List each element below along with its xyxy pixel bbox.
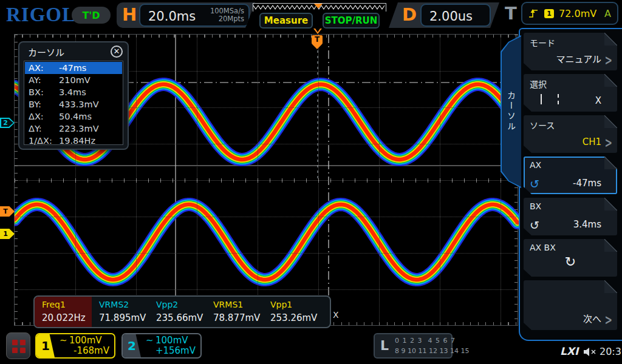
measurement-label: VRMS1 <box>213 300 263 309</box>
trigger-position-outline-icon <box>313 29 322 34</box>
ch2-scale: 100mV <box>156 335 188 346</box>
horizontal-timebase-group[interactable]: H 20.0ms 100MSa/s20Mpts <box>117 2 255 28</box>
menu-button-next[interactable]: 次へ> <box>524 280 617 330</box>
cursor-row-value: 50.4ms <box>59 112 92 121</box>
measurement-value: 253.26mV <box>270 312 320 323</box>
gridline-horizontal <box>15 253 518 254</box>
channel2-badge: 2 <box>123 334 141 357</box>
trigger-sweep-mode: A <box>604 8 611 19</box>
delay-group[interactable]: D 2.00us <box>389 2 499 28</box>
cursor-row-label: 1/ΔX: <box>29 136 59 146</box>
channel1-values: ~ 100mV -168mV <box>55 334 114 357</box>
ch2-offset: +156mV <box>156 345 196 356</box>
cursor-row-1δx: 1/ΔX:19.84Hz <box>25 135 122 147</box>
measurement-vrms2[interactable]: VRMS271.895mV <box>92 297 149 327</box>
measurement-value: 78.877mV <box>213 312 263 323</box>
menu-button-ソース[interactable]: ソースCH1> <box>524 115 617 153</box>
cursor-row-label: ΔX: <box>29 112 59 121</box>
cursor-row-value: 3.4ms <box>59 87 86 97</box>
cursor-row-δx: ΔX:50.4ms <box>25 110 122 123</box>
channel1-status[interactable]: 1 ~ 100mV -168mV <box>35 333 115 359</box>
menu-button-label: AX <box>530 160 541 170</box>
trigger-info-box[interactable]: 1 72.0mV A <box>521 2 618 25</box>
cursor-row-label: AY: <box>29 75 59 85</box>
ch1-offset: -168mV <box>73 345 109 356</box>
delay-box: 2.00us <box>420 4 491 27</box>
measurement-label: Freq1 <box>42 300 92 309</box>
speaker-muted-icon <box>583 347 598 357</box>
cursor-row-label: BY: <box>29 99 59 109</box>
trigger-position-marker[interactable]: T <box>312 35 323 44</box>
measurement-value: 235.66mV <box>156 312 206 323</box>
menu-tab-cursor[interactable]: カーソル <box>501 35 521 188</box>
cursor-a-line-icon <box>541 94 542 104</box>
stop-run-button[interactable]: STOP/RUN <box>323 13 380 29</box>
ch1-position-marker[interactable]: 1 <box>0 229 15 239</box>
trigger-label: T <box>505 3 517 24</box>
measurement-freq1[interactable]: Freq120.022Hz <box>35 297 92 327</box>
cursor-row-by: BY:433.3mV <box>25 98 122 110</box>
cursor-row-ax: AX:-47ms <box>25 62 122 74</box>
cursor-results-panel[interactable]: カーソル ✕ AX:-47msAY:210mVBX:3.4msBY:433.3m… <box>18 41 129 150</box>
cursor-values-list: AX:-47msAY:210mVBX:3.4msBY:433.3mVΔX:50.… <box>24 61 123 145</box>
menu-button-value: マニュアル <box>556 52 601 65</box>
cursor-row-value: 433.3mV <box>59 99 99 109</box>
menu-grid-squares <box>12 340 26 353</box>
oscilloscope-screen: RIGOL T'D H 20.0ms 100MSa/s20Mpts Measur… <box>0 0 622 364</box>
menu-button-bx[interactable]: BX↺3.4ms <box>524 198 617 235</box>
sample-rate: 100MSa/s20Mpts <box>210 7 244 23</box>
channel2-status[interactable]: 2 ~ 100mV +156mV <box>121 333 202 359</box>
menu-grid-icon[interactable] <box>6 332 30 359</box>
trigger-level-value: 72.0mV <box>559 8 596 19</box>
menu-button-value: 3.4ms <box>573 219 601 230</box>
menu-button-label: AX BX <box>530 243 556 252</box>
cursor-row-ay: AY:210mV <box>25 74 122 86</box>
menu-button-label: 選択 <box>530 78 547 90</box>
chevron-right-icon: > <box>604 135 612 151</box>
clock: 20:36 <box>600 346 622 357</box>
cursor-row-δy: ΔY:223.3mV <box>25 123 122 135</box>
knob-icon: ↺ <box>530 218 539 232</box>
trigger-slope-icon <box>528 8 539 19</box>
cursor-row-value: 223.3mV <box>59 124 99 133</box>
measurement-vpp1[interactable]: Vpp1253.26mV <box>263 297 320 327</box>
cursor-row-label: BX: <box>29 87 59 97</box>
menu-tab-title: カーソル <box>501 35 521 188</box>
menu-button-選択[interactable]: 選択X <box>524 74 617 112</box>
measurement-label: Vpp2 <box>156 300 206 309</box>
menu-button-value: CH1 <box>583 136 601 147</box>
cursor-x-floor-label: X <box>333 310 339 320</box>
menu-button-ax-bx[interactable]: AX BX↻ <box>524 239 617 277</box>
grid-ticks <box>15 35 518 38</box>
trigger-level-marker[interactable]: T <box>0 206 15 217</box>
ch2-position-marker[interactable]: 2 <box>0 118 15 128</box>
ch1-coupling-icon: ~ <box>60 335 67 346</box>
logic-label: L <box>380 338 389 353</box>
menu-button-ax[interactable]: AX↺-47ms <box>524 157 617 194</box>
h-label: H <box>122 4 137 25</box>
grid-ticks <box>15 35 18 325</box>
measurement-vpp2[interactable]: Vpp2235.66mV <box>149 297 206 327</box>
menu-button-label: モード <box>530 36 555 49</box>
measurement-value: 20.022Hz <box>42 312 92 323</box>
logic-row1: 0 1 2 3 4 5 6 7 <box>395 337 456 345</box>
rotate-icon: ↻ <box>565 254 576 269</box>
center-axis <box>15 178 518 183</box>
ch2-coupling-icon: ~ <box>146 335 154 346</box>
cursor-panel-title: カーソル <box>28 46 64 58</box>
measurement-value: 71.895mV <box>99 312 149 323</box>
measurement-label: Vpp1 <box>270 300 320 309</box>
memory-trigger-marker-icon <box>314 4 323 8</box>
knob-icon: ↺ <box>530 177 539 190</box>
gridline-horizontal <box>15 217 518 217</box>
menu-button-モード[interactable]: モードマニュアル> <box>524 33 617 70</box>
timebase-box: 20.0ms 100MSa/s20Mpts <box>139 4 250 27</box>
cursor-row-bx: BX:3.4ms <box>25 86 122 98</box>
d-label: D <box>402 4 417 25</box>
logic-channels-status[interactable]: L 0 1 2 3 4 5 6 7 8 9 10 11 12 13 14 15 <box>374 333 453 359</box>
measurement-vrms1[interactable]: VRMS178.877mV <box>206 297 263 327</box>
menu-button-value: -47ms <box>573 178 601 189</box>
measurement-bar[interactable]: Freq120.022HzVRMS271.895mVVpp2235.66mVVR… <box>33 295 331 328</box>
close-icon[interactable]: ✕ <box>111 46 123 58</box>
measure-button[interactable]: Measure <box>259 13 313 29</box>
